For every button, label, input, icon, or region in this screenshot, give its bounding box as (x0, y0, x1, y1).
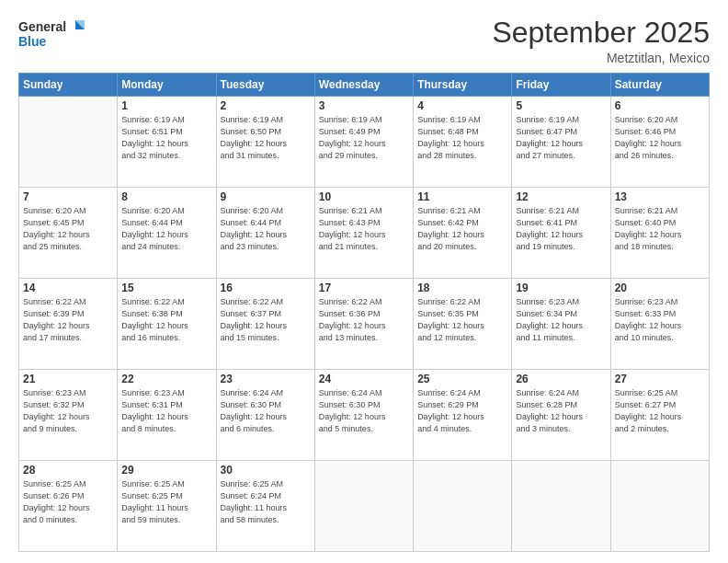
day-number: 16 (221, 282, 311, 294)
weekday-header-wednesday: Wednesday (314, 74, 413, 97)
day-number: 6 (615, 99, 705, 112)
calendar-cell (314, 461, 413, 552)
day-info: Sunrise: 6:22 AMSunset: 6:39 PMDaylight:… (23, 296, 113, 344)
day-number: 28 (23, 464, 113, 477)
day-info: Sunrise: 6:24 AMSunset: 6:28 PMDaylight:… (516, 387, 606, 435)
page: General Blue September 2025 Metztitlan, … (0, 0, 728, 563)
day-number: 8 (121, 190, 211, 203)
day-info: Sunrise: 6:22 AMSunset: 6:35 PMDaylight:… (417, 296, 507, 344)
logo: General Blue (18, 17, 85, 55)
week-row-4: 21Sunrise: 6:23 AMSunset: 6:32 PMDayligh… (19, 370, 710, 461)
day-info: Sunrise: 6:20 AMSunset: 6:44 PMDaylight:… (221, 205, 311, 253)
day-number: 23 (221, 373, 311, 385)
day-info: Sunrise: 6:19 AMSunset: 6:47 PMDaylight:… (516, 114, 606, 162)
day-info: Sunrise: 6:25 AMSunset: 6:27 PMDaylight:… (615, 387, 705, 435)
calendar: SundayMondayTuesdayWednesdayThursdayFrid… (18, 73, 710, 552)
day-info: Sunrise: 6:24 AMSunset: 6:29 PMDaylight:… (417, 387, 507, 435)
day-info: Sunrise: 6:23 AMSunset: 6:31 PMDaylight:… (121, 387, 211, 435)
calendar-cell (19, 97, 118, 188)
day-number: 19 (516, 282, 606, 294)
day-number: 14 (23, 282, 113, 294)
calendar-cell: 4Sunrise: 6:19 AMSunset: 6:48 PMDaylight… (414, 97, 512, 188)
title-block: September 2025 Metztitlan, Mexico (492, 17, 710, 65)
calendar-cell: 1Sunrise: 6:19 AMSunset: 6:51 PMDaylight… (118, 97, 216, 188)
subtitle: Metztitlan, Mexico (492, 51, 710, 65)
month-title: September 2025 (492, 17, 710, 49)
calendar-cell: 3Sunrise: 6:19 AMSunset: 6:49 PMDaylight… (314, 97, 413, 188)
week-row-3: 14Sunrise: 6:22 AMSunset: 6:39 PMDayligh… (19, 279, 710, 370)
calendar-cell: 30Sunrise: 6:25 AMSunset: 6:24 PMDayligh… (216, 461, 314, 552)
day-info: Sunrise: 6:20 AMSunset: 6:44 PMDaylight:… (121, 205, 211, 253)
weekday-header-sunday: Sunday (19, 74, 118, 97)
day-number: 13 (615, 190, 705, 203)
calendar-cell: 5Sunrise: 6:19 AMSunset: 6:47 PMDaylight… (512, 97, 610, 188)
calendar-cell: 22Sunrise: 6:23 AMSunset: 6:31 PMDayligh… (118, 370, 216, 461)
day-number: 18 (417, 282, 507, 294)
calendar-cell (610, 461, 709, 552)
weekday-header-saturday: Saturday (610, 74, 709, 97)
day-info: Sunrise: 6:21 AMSunset: 6:40 PMDaylight:… (615, 205, 705, 253)
week-row-1: 1Sunrise: 6:19 AMSunset: 6:51 PMDaylight… (19, 97, 710, 188)
day-number: 20 (615, 282, 705, 294)
day-info: Sunrise: 6:19 AMSunset: 6:50 PMDaylight:… (221, 114, 311, 162)
day-info: Sunrise: 6:19 AMSunset: 6:51 PMDaylight:… (121, 114, 211, 162)
calendar-cell: 13Sunrise: 6:21 AMSunset: 6:40 PMDayligh… (610, 188, 709, 279)
day-number: 30 (221, 464, 311, 477)
weekday-header-tuesday: Tuesday (216, 74, 314, 97)
header: General Blue September 2025 Metztitlan, … (18, 17, 710, 65)
calendar-cell: 6Sunrise: 6:20 AMSunset: 6:46 PMDaylight… (610, 97, 709, 188)
day-number: 11 (417, 190, 507, 203)
day-info: Sunrise: 6:22 AMSunset: 6:38 PMDaylight:… (121, 296, 211, 344)
day-number: 25 (417, 373, 507, 385)
weekday-header-monday: Monday (118, 74, 216, 97)
calendar-cell: 7Sunrise: 6:20 AMSunset: 6:45 PMDaylight… (19, 188, 118, 279)
day-info: Sunrise: 6:25 AMSunset: 6:25 PMDaylight:… (121, 478, 211, 526)
calendar-cell (512, 461, 610, 552)
day-number: 10 (319, 190, 409, 203)
calendar-cell: 16Sunrise: 6:22 AMSunset: 6:37 PMDayligh… (216, 279, 314, 370)
day-number: 3 (319, 99, 409, 112)
calendar-cell: 11Sunrise: 6:21 AMSunset: 6:42 PMDayligh… (414, 188, 512, 279)
calendar-cell: 8Sunrise: 6:20 AMSunset: 6:44 PMDaylight… (118, 188, 216, 279)
day-info: Sunrise: 6:25 AMSunset: 6:26 PMDaylight:… (23, 478, 113, 526)
calendar-cell: 27Sunrise: 6:25 AMSunset: 6:27 PMDayligh… (610, 370, 709, 461)
day-number: 27 (615, 373, 705, 385)
day-number: 17 (319, 282, 409, 294)
calendar-cell: 21Sunrise: 6:23 AMSunset: 6:32 PMDayligh… (19, 370, 118, 461)
day-number: 12 (516, 190, 606, 203)
day-number: 4 (417, 99, 507, 112)
day-number: 5 (516, 99, 606, 112)
svg-text:General: General (18, 19, 66, 34)
logo-svg: General Blue (18, 17, 85, 55)
day-number: 26 (516, 373, 606, 385)
calendar-cell: 26Sunrise: 6:24 AMSunset: 6:28 PMDayligh… (512, 370, 610, 461)
calendar-cell: 18Sunrise: 6:22 AMSunset: 6:35 PMDayligh… (414, 279, 512, 370)
day-info: Sunrise: 6:20 AMSunset: 6:45 PMDaylight:… (23, 205, 113, 253)
day-number: 9 (221, 190, 311, 203)
day-info: Sunrise: 6:19 AMSunset: 6:49 PMDaylight:… (319, 114, 409, 162)
calendar-cell: 23Sunrise: 6:24 AMSunset: 6:30 PMDayligh… (216, 370, 314, 461)
day-info: Sunrise: 6:23 AMSunset: 6:34 PMDaylight:… (516, 296, 606, 344)
calendar-cell: 20Sunrise: 6:23 AMSunset: 6:33 PMDayligh… (610, 279, 709, 370)
day-info: Sunrise: 6:22 AMSunset: 6:37 PMDaylight:… (221, 296, 311, 344)
calendar-cell: 24Sunrise: 6:24 AMSunset: 6:30 PMDayligh… (314, 370, 413, 461)
day-info: Sunrise: 6:19 AMSunset: 6:48 PMDaylight:… (417, 114, 507, 162)
calendar-cell: 2Sunrise: 6:19 AMSunset: 6:50 PMDaylight… (216, 97, 314, 188)
week-row-2: 7Sunrise: 6:20 AMSunset: 6:45 PMDaylight… (19, 188, 710, 279)
day-info: Sunrise: 6:25 AMSunset: 6:24 PMDaylight:… (221, 478, 311, 526)
calendar-cell: 17Sunrise: 6:22 AMSunset: 6:36 PMDayligh… (314, 279, 413, 370)
day-number: 7 (23, 190, 113, 203)
weekday-header-row: SundayMondayTuesdayWednesdayThursdayFrid… (19, 74, 710, 97)
day-number: 29 (121, 464, 211, 477)
day-info: Sunrise: 6:21 AMSunset: 6:41 PMDaylight:… (516, 205, 606, 253)
day-info: Sunrise: 6:22 AMSunset: 6:36 PMDaylight:… (319, 296, 409, 344)
day-number: 15 (121, 282, 211, 294)
day-info: Sunrise: 6:23 AMSunset: 6:33 PMDaylight:… (615, 296, 705, 344)
weekday-header-thursday: Thursday (414, 74, 512, 97)
calendar-cell: 25Sunrise: 6:24 AMSunset: 6:29 PMDayligh… (414, 370, 512, 461)
calendar-cell: 12Sunrise: 6:21 AMSunset: 6:41 PMDayligh… (512, 188, 610, 279)
day-info: Sunrise: 6:20 AMSunset: 6:46 PMDaylight:… (615, 114, 705, 162)
day-info: Sunrise: 6:23 AMSunset: 6:32 PMDaylight:… (23, 387, 113, 435)
calendar-cell: 19Sunrise: 6:23 AMSunset: 6:34 PMDayligh… (512, 279, 610, 370)
day-info: Sunrise: 6:24 AMSunset: 6:30 PMDaylight:… (221, 387, 311, 435)
